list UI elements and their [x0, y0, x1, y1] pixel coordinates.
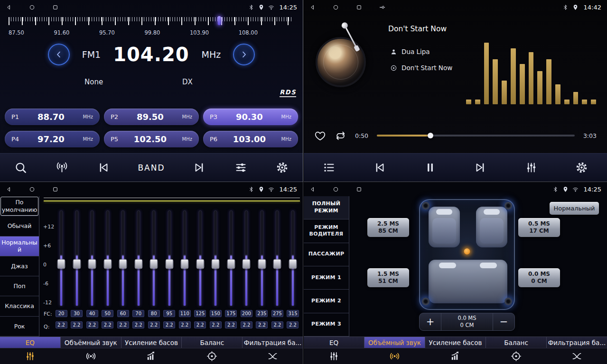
back-button[interactable] — [309, 186, 316, 192]
home-button[interactable] — [333, 4, 339, 10]
eq-slider[interactable] — [194, 210, 206, 306]
tuner-button[interactable] — [56, 161, 68, 174]
eq-slider[interactable] — [287, 210, 299, 306]
audio-tab[interactable]: Баланс — [486, 337, 547, 348]
preset-p1[interactable]: P1 88.70 MHz — [5, 109, 100, 125]
eq-preset-item[interactable]: Обычай — [0, 216, 39, 236]
next-station-button[interactable] — [193, 161, 206, 174]
listening-position-dot[interactable] — [464, 248, 470, 255]
surround-mode-item[interactable]: РЕЖИМ ВОДИТЕЛЯ — [304, 219, 349, 243]
eq-preset-item[interactable]: Классика — [0, 296, 39, 316]
eq-slider-handle[interactable] — [134, 259, 142, 269]
settings-button[interactable] — [575, 161, 588, 174]
audio-tab[interactable]: Баланс — [182, 337, 243, 348]
eq-preset-item[interactable]: Джаз — [0, 256, 39, 276]
bass-boost-tab-icon-button[interactable] — [425, 348, 486, 364]
surround-mode-item[interactable]: ПАССАЖИР — [304, 243, 349, 266]
eq-slider[interactable] — [256, 210, 268, 306]
eq-slider-handle[interactable] — [227, 259, 235, 269]
tune-down-button[interactable] — [48, 44, 70, 65]
eq-slider-handle[interactable] — [150, 259, 158, 269]
eq-slider-handle[interactable] — [73, 259, 81, 269]
eq-slider-handle[interactable] — [88, 259, 96, 269]
eq-slider[interactable] — [117, 210, 129, 306]
next-track-button[interactable] — [474, 161, 487, 174]
delay-front-right[interactable]: 0.5 MS 17 CM — [518, 218, 560, 237]
eq-slider[interactable] — [225, 210, 237, 306]
settings-button[interactable] — [276, 161, 289, 174]
eq-tab-icon-button[interactable] — [304, 348, 364, 364]
eq-slider-handle[interactable] — [119, 259, 127, 269]
home-button[interactable] — [333, 186, 339, 192]
eq-slider[interactable] — [148, 210, 160, 306]
filter-tab-icon-button[interactable] — [546, 348, 607, 364]
favorite-button[interactable] — [314, 130, 326, 142]
eq-slider-handle[interactable] — [103, 259, 112, 269]
scan-button[interactable] — [14, 161, 27, 174]
filter-tab-icon-button[interactable] — [242, 348, 303, 364]
surround-preset-button[interactable]: Нормальный — [550, 202, 599, 215]
preset-p5[interactable]: P5 102.50 MHz — [104, 131, 199, 147]
eq-slider-handle[interactable] — [289, 259, 297, 269]
tune-up-button[interactable] — [233, 44, 255, 65]
eq-slider-handle[interactable] — [196, 259, 204, 269]
eq-slider[interactable] — [178, 210, 191, 306]
eq-slider[interactable] — [71, 210, 83, 306]
preset-p2[interactable]: P2 89.50 MHz — [104, 109, 199, 125]
previous-station-button[interactable] — [97, 161, 110, 174]
increase-delay-button[interactable]: + — [420, 313, 441, 330]
eq-preset-item[interactable]: Нормальный — [0, 237, 39, 256]
bass-boost-tab-icon-button[interactable] — [121, 348, 182, 364]
preset-p3[interactable]: P3 90.30 MHz — [203, 109, 298, 125]
audio-tab[interactable]: Фильтрация ба... — [547, 337, 607, 348]
eq-slider-handle[interactable] — [258, 259, 266, 269]
album-art[interactable] — [316, 37, 366, 87]
band-button[interactable]: BAND — [138, 163, 165, 173]
recents-button[interactable] — [52, 4, 58, 10]
eq-slider-handle[interactable] — [243, 259, 251, 269]
decrease-delay-button[interactable]: − — [493, 313, 514, 330]
audio-tab[interactable]: Объёмный звук — [364, 337, 425, 348]
home-button[interactable] — [29, 4, 35, 10]
recents-button[interactable] — [356, 186, 362, 192]
surround-tab-icon-button[interactable] — [364, 348, 425, 364]
playlist-button[interactable] — [323, 161, 336, 174]
audio-settings-button[interactable] — [234, 161, 247, 174]
audio-tab[interactable]: Усиление басов — [121, 337, 182, 348]
delay-front-left[interactable]: 2.5 MS 85 CM — [367, 218, 409, 237]
eq-slider[interactable] — [271, 210, 283, 306]
delay-rear-left[interactable]: 1.5 MS 51 CM — [367, 268, 409, 287]
surround-mode-item[interactable]: РЕЖИМ 2 — [304, 290, 349, 313]
eq-slider-handle[interactable] — [57, 259, 65, 269]
back-button[interactable] — [6, 4, 12, 10]
back-button[interactable] — [6, 186, 12, 192]
eq-slider-handle[interactable] — [181, 259, 189, 269]
balance-tab-icon-button[interactable] — [486, 348, 546, 364]
eq-slider[interactable] — [102, 210, 114, 306]
eq-slider-handle[interactable] — [165, 259, 173, 269]
eq-preset-item[interactable]: По умолчанию — [0, 196, 39, 216]
delay-rear-right[interactable]: 0.0 MS 0 CM — [518, 268, 560, 287]
eq-preset-item[interactable]: Поп — [0, 276, 39, 296]
preset-p4[interactable]: P4 97.20 MHz — [5, 131, 100, 147]
surround-mode-item[interactable]: ПОЛНЫЙ РЕЖИМ — [304, 196, 349, 219]
eq-slider[interactable] — [86, 210, 98, 306]
surround-tab-icon-button[interactable] — [61, 348, 121, 364]
surround-mode-item[interactable]: РЕЖИМ 1 — [304, 266, 349, 290]
audio-tab[interactable]: EQ — [0, 337, 61, 348]
frequency-ruler[interactable] — [9, 17, 293, 27]
previous-track-button[interactable] — [373, 161, 386, 174]
eq-slider[interactable] — [55, 210, 67, 306]
eq-slider-handle[interactable] — [273, 259, 281, 269]
eq-slider[interactable] — [209, 210, 222, 306]
eq-slider[interactable] — [132, 210, 145, 306]
progress-bar[interactable] — [377, 135, 575, 136]
progress-thumb[interactable] — [428, 133, 433, 138]
surround-mode-item[interactable]: РЕЖИМ 3 — [304, 313, 349, 337]
recents-button[interactable] — [356, 4, 362, 10]
home-button[interactable] — [29, 186, 35, 192]
eq-tab-icon-button[interactable] — [0, 348, 61, 364]
eq-slider[interactable] — [240, 210, 252, 306]
audio-tab[interactable]: Объёмный звук — [61, 337, 121, 348]
frequency-pointer[interactable] — [218, 16, 221, 25]
